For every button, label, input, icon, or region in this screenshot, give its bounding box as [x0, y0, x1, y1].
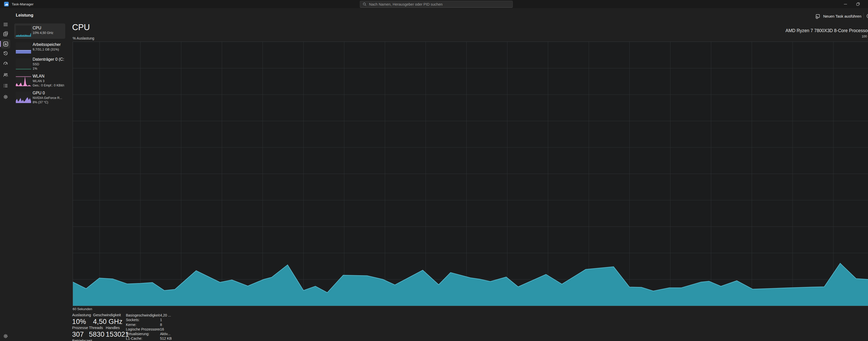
cpu-model-name: AMD Ryzen 7 7800X3D 8-Core Processor — [785, 28, 868, 33]
gauge-icon — [3, 60, 8, 66]
services-cog-icon — [3, 94, 8, 100]
nav-app-history[interactable] — [1, 49, 10, 58]
settings-gear-icon — [3, 333, 8, 339]
nav-users[interactable] — [1, 70, 10, 79]
detail-logical-processors: Logische Prozessoren: 16 — [126, 327, 195, 332]
nav-menu-button[interactable] — [1, 20, 10, 29]
x-axis-label: 60 Sekunden — [73, 307, 92, 311]
app-icon — [4, 2, 9, 6]
nav-details[interactable] — [1, 81, 10, 90]
main-title: CPU — [72, 23, 90, 32]
detail-sockets: Sockets: 1 — [126, 318, 195, 322]
stat-utilization: Auslastung 10% — [72, 313, 93, 326]
nav-settings[interactable] — [1, 332, 10, 341]
sidebar-item-detail: 1% — [33, 67, 64, 70]
detail-base-speed: Basisgeschwindigkeit: 4,20 ... — [126, 313, 195, 318]
sidebar-item-gpu[interactable]: GPU 0 NVIDIA GeForce R... 8% (37 °C) — [14, 90, 65, 107]
details-list-icon — [3, 83, 8, 88]
stat-uptime-label: Betriebszeit — [72, 338, 92, 341]
minimize-icon — [844, 3, 847, 6]
sidebar-item-disk[interactable]: Datenträger 0 (C:) SSD 1% — [14, 56, 65, 73]
sidebar-item-memory[interactable]: Arbeitsspeicher 9,7/31,1 GB (31%) — [14, 40, 65, 55]
cpu-details-list: Basisgeschwindigkeit: 4,20 ... Sockets: … — [126, 313, 195, 341]
cpu-utilization-chart[interactable] — [73, 41, 868, 306]
nav-startup-apps[interactable] — [1, 59, 10, 68]
nav-processes[interactable] — [1, 29, 10, 38]
sidebar-item-title: GPU 0 — [33, 91, 64, 95]
nav-rail — [0, 8, 11, 341]
restore-button[interactable] — [852, 0, 864, 8]
clipped-toolbar-icon[interactable] — [866, 13, 868, 19]
stats-secondary: Prozesse 307 Threads 5830 Handles 153021 — [72, 325, 129, 338]
sidebar-item-title: WLAN — [33, 74, 64, 79]
window-title: Task-Manager — [12, 2, 34, 6]
stat-handles: Handles 153021 — [106, 325, 129, 338]
stat-threads: Threads 5830 — [89, 325, 106, 338]
nav-services[interactable] — [1, 92, 10, 102]
sidebar-item-wlan[interactable]: WLAN WLAN 3 Ges.: 0 Empf.: 0 KBit/s — [14, 73, 65, 90]
y-axis-label: % Auslastung — [73, 36, 94, 40]
users-icon — [3, 72, 8, 78]
detail-virtualization: Virtualisierung: Aktiv... — [126, 332, 195, 336]
selected-accent-bar — [0, 41, 1, 47]
sidebar-item-cpu[interactable]: CPU 10% 4,50 GHz — [14, 24, 65, 39]
y-max-label: 100 — [862, 35, 867, 38]
history-clock-icon — [3, 51, 8, 56]
sidebar-item-title: Arbeitsspeicher — [33, 42, 64, 47]
disk-mini-graph — [16, 58, 31, 69]
sidebar-item-subtitle: SSD — [33, 62, 64, 66]
minimize-button[interactable] — [839, 0, 851, 8]
hamburger-icon — [3, 22, 8, 27]
sidebar-item-detail: Ges.: 0 Empf.: 0 KBit/s — [33, 84, 64, 87]
nav-performance[interactable] — [1, 39, 10, 49]
detail-l1-cache: L1-Cache: 512 KB — [126, 336, 195, 341]
performance-icon — [3, 41, 9, 47]
search-input[interactable] — [369, 2, 510, 6]
stat-processes: Prozesse 307 — [72, 325, 89, 338]
wlan-mini-graph — [16, 75, 31, 86]
stat-speed: Geschwindigkeit 4,50 GHz — [93, 313, 123, 326]
memory-mini-graph — [16, 42, 31, 54]
sidebar-item-subtitle: WLAN 3 — [33, 79, 64, 83]
sidebar-item-subtitle: 9,7/31,1 GB (31%) — [33, 48, 64, 51]
sidebar-item-subtitle: 10% 4,50 GHz — [33, 31, 64, 35]
sidebar-item-title: CPU — [33, 26, 64, 30]
page-title: Leistung — [16, 13, 33, 18]
sidebar-item-subtitle: NVIDIA GeForce R... — [33, 96, 64, 100]
toolbar-divider — [863, 13, 864, 19]
sidebar-item-title: Datenträger 0 (C:) — [33, 57, 64, 62]
gpu-mini-graph — [16, 92, 31, 103]
detail-cores: Kerne: 8 — [126, 323, 195, 327]
new-task-icon — [815, 13, 820, 19]
search-icon — [363, 2, 367, 6]
cpu-mini-graph — [16, 26, 31, 37]
task-manager-window: Task-Manager Leistung Neue — [0, 0, 868, 341]
run-new-task-button[interactable]: Neuen Task ausführen — [815, 12, 861, 20]
search-box[interactable] — [360, 1, 513, 8]
stats-primary: Auslastung 10% Geschwindigkeit 4,50 GHz — [72, 313, 123, 326]
run-task-label: Neuen Task ausführen — [823, 14, 861, 18]
restore-icon — [856, 2, 860, 6]
titlebar: Task-Manager — [0, 0, 868, 8]
sidebar-item-detail: 8% (37 °C) — [33, 101, 64, 104]
processes-icon — [3, 31, 8, 37]
